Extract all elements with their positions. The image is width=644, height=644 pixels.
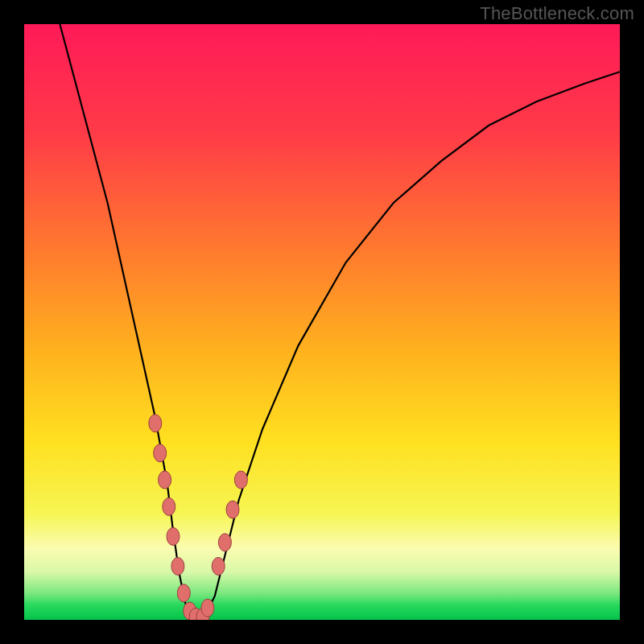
marker-group — [149, 415, 248, 620]
bottleneck-curve — [60, 24, 620, 620]
marker-dot — [154, 444, 167, 462]
marker-dot — [201, 599, 214, 617]
marker-dot — [218, 534, 231, 551]
marker-dot — [167, 527, 180, 545]
plot-area — [24, 24, 620, 620]
watermark-text: TheBottleneck.com — [480, 3, 634, 24]
marker-dot — [212, 557, 225, 575]
marker-dot — [234, 471, 247, 489]
marker-dot — [177, 584, 190, 602]
marker-dot — [159, 471, 171, 489]
marker-dot — [163, 497, 175, 515]
outer-frame: TheBottleneck.com — [0, 0, 644, 644]
marker-dot — [171, 557, 184, 575]
marker-dot — [226, 501, 239, 518]
chart-svg — [24, 24, 620, 620]
marker-dot — [149, 415, 162, 432]
